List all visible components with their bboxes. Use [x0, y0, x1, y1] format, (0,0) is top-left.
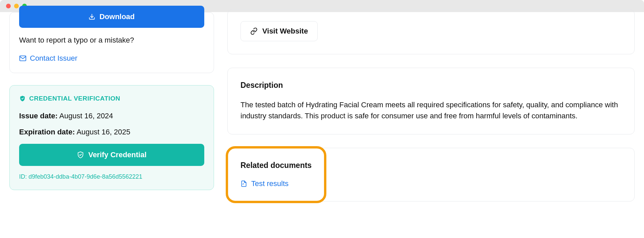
contact-issuer-label: Contact Issuer — [30, 54, 77, 63]
verification-header: CREDENTIAL VERIFICATION — [19, 95, 204, 102]
website-card: Visit Website — [227, 9, 635, 54]
download-button[interactable]: Download — [19, 6, 204, 28]
expiration-date-row: Expiration date: August 16, 2025 — [19, 128, 204, 136]
issue-date-row: Issue date: August 16, 2024 — [19, 112, 204, 120]
issue-date-label: Issue date: — [19, 112, 58, 120]
issue-date-value: August 16, 2024 — [59, 112, 113, 120]
visit-website-button[interactable]: Visit Website — [240, 21, 318, 41]
verify-credential-button[interactable]: Verify Credential — [19, 144, 204, 166]
test-results-label: Test results — [251, 179, 288, 188]
mail-icon — [19, 55, 26, 62]
expiration-date-label: Expiration date: — [19, 128, 75, 136]
credential-id: ID: d9feb034-ddba-4b07-9d6e-8a56d5562221 — [19, 173, 204, 180]
expiration-date-value: August 16, 2025 — [76, 128, 130, 136]
description-card: Description The tested batch of Hydratin… — [227, 68, 635, 134]
download-label: Download — [99, 12, 135, 21]
test-results-link[interactable]: Test results — [240, 179, 288, 188]
actions-card: Download Want to report a typo or a mist… — [9, 12, 214, 73]
pdf-file-icon — [240, 180, 247, 187]
related-documents-card: Related documents Test results — [227, 148, 635, 201]
verification-card: CREDENTIAL VERIFICATION Issue date: Augu… — [9, 85, 214, 190]
description-text: The tested batch of Hydrating Facial Cre… — [240, 99, 622, 121]
related-documents-heading: Related documents — [240, 161, 622, 170]
shield-icon — [77, 151, 84, 159]
shield-check-icon — [19, 95, 26, 102]
verification-header-label: CREDENTIAL VERIFICATION — [29, 95, 120, 102]
minimize-window-button[interactable] — [14, 4, 19, 8]
credential-id-value: d9feb034-ddba-4b07-9d6e-8a56d5562221 — [29, 173, 142, 180]
download-icon — [89, 13, 95, 20]
visit-website-label: Visit Website — [262, 27, 308, 36]
highlight-annotation — [226, 146, 326, 203]
report-text: Want to report a typo or a mistake? — [19, 36, 204, 45]
link-icon — [250, 27, 258, 35]
credential-id-label: ID: — [19, 173, 27, 180]
description-heading: Description — [240, 81, 622, 90]
contact-issuer-link[interactable]: Contact Issuer — [19, 54, 77, 63]
verify-credential-label: Verify Credential — [88, 151, 147, 159]
close-window-button[interactable] — [6, 4, 11, 8]
